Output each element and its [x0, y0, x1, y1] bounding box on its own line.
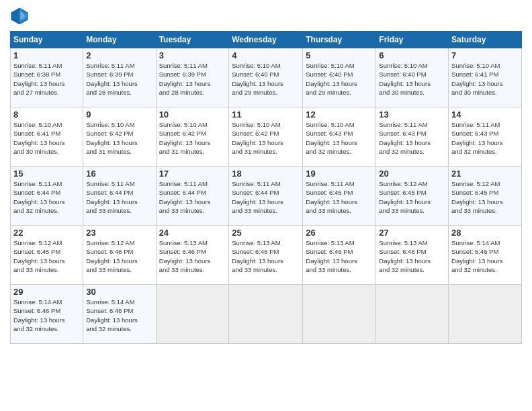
day-info: Sunrise: 5:12 AMSunset: 6:45 PMDaylight:…	[13, 238, 80, 274]
day-number: 20	[379, 169, 445, 179]
day-number: 15	[13, 169, 80, 179]
day-number: 9	[86, 109, 152, 120]
day-number: 4	[232, 50, 300, 60]
day-cell: 10Sunrise: 5:10 AMSunset: 6:42 PMDayligh…	[156, 107, 229, 167]
day-cell: 22Sunrise: 5:12 AMSunset: 6:45 PMDayligh…	[11, 226, 83, 285]
day-number: 6	[379, 50, 445, 60]
day-info: Sunrise: 5:14 AMSunset: 6:46 PMDaylight:…	[86, 298, 152, 333]
day-info: Sunrise: 5:10 AMSunset: 6:41 PMDaylight:…	[13, 120, 80, 156]
day-number: 12	[306, 109, 373, 120]
weekday-monday: Monday	[83, 32, 156, 48]
day-cell: 15Sunrise: 5:11 AMSunset: 6:44 PMDayligh…	[11, 167, 83, 226]
day-number: 19	[306, 169, 373, 179]
day-cell: 28Sunrise: 5:14 AMSunset: 6:46 PMDayligh…	[449, 226, 522, 285]
day-info: Sunrise: 5:11 AMSunset: 6:45 PMDaylight:…	[306, 179, 373, 215]
day-number: 10	[159, 109, 226, 120]
day-cell: 20Sunrise: 5:12 AMSunset: 6:45 PMDayligh…	[376, 167, 449, 226]
day-number: 17	[159, 169, 226, 179]
day-number: 18	[232, 169, 300, 179]
day-info: Sunrise: 5:10 AMSunset: 6:40 PMDaylight:…	[306, 61, 373, 97]
weekday-header-row: SundayMondayTuesdayWednesdayThursdayFrid…	[11, 32, 522, 48]
day-cell: 17Sunrise: 5:11 AMSunset: 6:44 PMDayligh…	[156, 167, 229, 226]
day-cell: 27Sunrise: 5:13 AMSunset: 6:46 PMDayligh…	[376, 226, 449, 285]
day-cell: 25Sunrise: 5:13 AMSunset: 6:46 PMDayligh…	[229, 226, 303, 285]
day-cell: 24Sunrise: 5:13 AMSunset: 6:46 PMDayligh…	[156, 226, 229, 285]
day-cell: 2Sunrise: 5:11 AMSunset: 6:39 PMDaylight…	[83, 48, 156, 107]
day-number: 21	[451, 169, 519, 179]
day-cell: 18Sunrise: 5:11 AMSunset: 6:44 PMDayligh…	[229, 167, 303, 226]
day-number: 23	[86, 228, 152, 238]
day-info: Sunrise: 5:13 AMSunset: 6:46 PMDaylight:…	[159, 238, 226, 274]
week-row-4: 22Sunrise: 5:12 AMSunset: 6:45 PMDayligh…	[11, 226, 522, 285]
day-info: Sunrise: 5:11 AMSunset: 6:44 PMDaylight:…	[232, 179, 300, 215]
day-cell: 16Sunrise: 5:11 AMSunset: 6:44 PMDayligh…	[83, 167, 156, 226]
day-info: Sunrise: 5:11 AMSunset: 6:43 PMDaylight:…	[379, 120, 445, 156]
day-info: Sunrise: 5:11 AMSunset: 6:43 PMDaylight:…	[451, 120, 519, 156]
day-info: Sunrise: 5:11 AMSunset: 6:38 PMDaylight:…	[13, 61, 80, 97]
day-number: 24	[159, 228, 226, 238]
day-cell: 29Sunrise: 5:14 AMSunset: 6:46 PMDayligh…	[11, 285, 83, 344]
day-info: Sunrise: 5:13 AMSunset: 6:46 PMDaylight:…	[379, 238, 445, 274]
day-cell: 26Sunrise: 5:13 AMSunset: 6:46 PMDayligh…	[303, 226, 376, 285]
day-cell: 14Sunrise: 5:11 AMSunset: 6:43 PMDayligh…	[449, 107, 522, 167]
day-info: Sunrise: 5:10 AMSunset: 6:40 PMDaylight:…	[232, 61, 300, 97]
day-cell	[303, 285, 376, 344]
day-number: 1	[13, 50, 80, 60]
logo	[10, 7, 32, 26]
day-info: Sunrise: 5:14 AMSunset: 6:46 PMDaylight:…	[451, 238, 519, 274]
day-number: 28	[451, 228, 519, 238]
calendar-table: SundayMondayTuesdayWednesdayThursdayFrid…	[10, 31, 522, 344]
day-number: 30	[86, 287, 152, 297]
day-cell: 6Sunrise: 5:10 AMSunset: 6:40 PMDaylight…	[376, 48, 449, 107]
day-cell: 30Sunrise: 5:14 AMSunset: 6:46 PMDayligh…	[83, 285, 156, 344]
day-number: 8	[13, 109, 80, 120]
day-number: 27	[379, 228, 445, 238]
day-info: Sunrise: 5:12 AMSunset: 6:45 PMDaylight:…	[379, 179, 445, 215]
day-info: Sunrise: 5:11 AMSunset: 6:39 PMDaylight:…	[159, 61, 226, 97]
day-number: 3	[159, 50, 226, 60]
day-number: 7	[451, 50, 519, 60]
header	[10, 7, 522, 26]
day-cell: 12Sunrise: 5:10 AMSunset: 6:43 PMDayligh…	[303, 107, 376, 167]
weekday-saturday: Saturday	[449, 32, 522, 48]
weekday-tuesday: Tuesday	[156, 32, 229, 48]
day-cell: 13Sunrise: 5:11 AMSunset: 6:43 PMDayligh…	[376, 107, 449, 167]
day-info: Sunrise: 5:10 AMSunset: 6:42 PMDaylight:…	[86, 120, 152, 156]
day-number: 22	[13, 228, 80, 238]
weekday-sunday: Sunday	[11, 32, 83, 48]
day-info: Sunrise: 5:12 AMSunset: 6:46 PMDaylight:…	[86, 238, 152, 274]
weekday-thursday: Thursday	[303, 32, 376, 48]
day-cell	[449, 285, 522, 344]
weekday-wednesday: Wednesday	[229, 32, 303, 48]
day-number: 14	[451, 109, 519, 120]
day-number: 13	[379, 109, 445, 120]
day-cell: 4Sunrise: 5:10 AMSunset: 6:40 PMDaylight…	[229, 48, 303, 107]
day-cell: 11Sunrise: 5:10 AMSunset: 6:42 PMDayligh…	[229, 107, 303, 167]
day-cell	[376, 285, 449, 344]
day-info: Sunrise: 5:10 AMSunset: 6:42 PMDaylight:…	[159, 120, 226, 156]
day-info: Sunrise: 5:13 AMSunset: 6:46 PMDaylight:…	[306, 238, 373, 274]
week-row-2: 8Sunrise: 5:10 AMSunset: 6:41 PMDaylight…	[11, 107, 522, 167]
day-info: Sunrise: 5:11 AMSunset: 6:44 PMDaylight:…	[159, 179, 226, 215]
day-number: 25	[232, 228, 300, 238]
day-cell	[156, 285, 229, 344]
day-cell: 1Sunrise: 5:11 AMSunset: 6:38 PMDaylight…	[11, 48, 83, 107]
day-number: 5	[306, 50, 373, 60]
day-info: Sunrise: 5:10 AMSunset: 6:42 PMDaylight:…	[232, 120, 300, 156]
day-cell: 9Sunrise: 5:10 AMSunset: 6:42 PMDaylight…	[83, 107, 156, 167]
day-cell: 8Sunrise: 5:10 AMSunset: 6:41 PMDaylight…	[11, 107, 83, 167]
week-row-5: 29Sunrise: 5:14 AMSunset: 6:46 PMDayligh…	[11, 285, 522, 344]
day-info: Sunrise: 5:11 AMSunset: 6:44 PMDaylight:…	[86, 179, 152, 215]
day-cell: 5Sunrise: 5:10 AMSunset: 6:40 PMDaylight…	[303, 48, 376, 107]
day-number: 16	[86, 169, 152, 179]
day-number: 26	[306, 228, 373, 238]
day-cell: 21Sunrise: 5:12 AMSunset: 6:45 PMDayligh…	[449, 167, 522, 226]
day-cell: 19Sunrise: 5:11 AMSunset: 6:45 PMDayligh…	[303, 167, 376, 226]
day-info: Sunrise: 5:12 AMSunset: 6:45 PMDaylight:…	[451, 179, 519, 215]
day-number: 29	[13, 287, 80, 297]
week-row-3: 15Sunrise: 5:11 AMSunset: 6:44 PMDayligh…	[11, 167, 522, 226]
day-info: Sunrise: 5:11 AMSunset: 6:44 PMDaylight:…	[13, 179, 80, 215]
day-cell	[229, 285, 303, 344]
week-row-1: 1Sunrise: 5:11 AMSunset: 6:38 PMDaylight…	[11, 48, 522, 107]
logo-icon	[10, 7, 29, 26]
